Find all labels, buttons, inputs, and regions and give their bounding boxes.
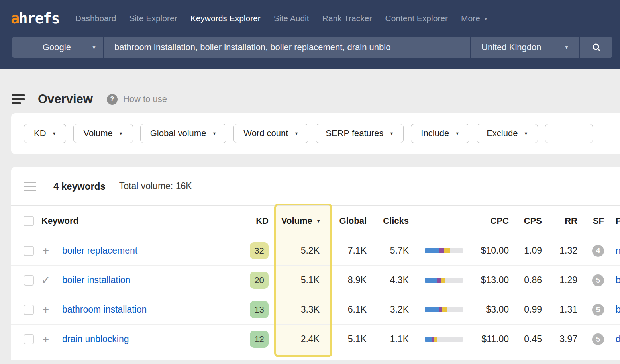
clicks-value: 4.3K bbox=[367, 275, 409, 286]
chevron-down-icon: ▼ bbox=[92, 45, 96, 50]
page-title: Overview bbox=[38, 92, 93, 106]
filter-include-label: Include bbox=[421, 128, 449, 139]
add-to-list-icon[interactable]: + bbox=[43, 304, 49, 315]
cps-value: 0.99 bbox=[509, 304, 542, 315]
column-header-global[interactable]: Global bbox=[329, 216, 367, 226]
global-volume-value: 5.1K bbox=[329, 334, 367, 344]
logo-rest: hrefs bbox=[19, 10, 59, 27]
column-header-clicks[interactable]: Clicks bbox=[367, 216, 409, 226]
parent-topic-link-clipped[interactable]: n bbox=[616, 245, 620, 256]
mixed-clicks-segment bbox=[434, 337, 437, 342]
column-header-rr[interactable]: RR bbox=[542, 216, 577, 226]
parent-topic-link-clipped[interactable]: b bbox=[616, 304, 620, 315]
global-volume-value: 7.1K bbox=[329, 245, 367, 256]
filter-exclude-label: Exclude bbox=[487, 128, 518, 139]
global-volume-value: 6.1K bbox=[329, 304, 367, 315]
cpc-value: $3.00 bbox=[463, 304, 509, 315]
chevron-down-icon: ▼ bbox=[389, 131, 394, 136]
nav-item-content-explorer[interactable]: Content Explorer bbox=[385, 14, 448, 23]
nav-item-keywords-explorer[interactable]: Keywords Explorer bbox=[190, 14, 261, 23]
page-header: Overview ? How to use bbox=[0, 69, 620, 113]
nav-item-rank-tracker[interactable]: Rank Tracker bbox=[322, 14, 372, 23]
filter-volume[interactable]: Volume▼ bbox=[73, 124, 133, 143]
keywords-input[interactable] bbox=[104, 37, 470, 58]
kd-badge: 13 bbox=[250, 301, 269, 318]
organic-clicks-segment bbox=[425, 337, 432, 342]
added-check-icon[interactable]: ✓ bbox=[41, 275, 50, 286]
country-select[interactable]: United Kingdon ▼ bbox=[471, 37, 579, 58]
organic-clicks-segment bbox=[425, 278, 437, 283]
chevron-down-icon: ▼ bbox=[455, 131, 459, 136]
filter-kd-label: KD bbox=[34, 128, 46, 139]
keywords-input-wrap bbox=[104, 37, 470, 58]
search-button[interactable] bbox=[580, 37, 612, 58]
serp-features-count-badge: 5 bbox=[592, 333, 604, 345]
row-checkbox[interactable] bbox=[24, 275, 34, 286]
column-header-volume[interactable]: Volume▼ bbox=[273, 216, 329, 226]
column-header-sf[interactable]: SF bbox=[577, 216, 609, 226]
cps-value: 1.09 bbox=[509, 245, 542, 256]
column-header-keyword[interactable]: Keyword bbox=[36, 216, 242, 226]
main-nav: Dashboard Site Explorer Keywords Explore… bbox=[75, 14, 488, 23]
serp-features-count-badge: 5 bbox=[592, 274, 604, 286]
kd-badge: 12 bbox=[250, 331, 269, 348]
filter-kd[interactable]: KD▼ bbox=[24, 124, 66, 143]
nav-item-site-explorer[interactable]: Site Explorer bbox=[129, 14, 177, 23]
filter-clipped[interactable] bbox=[545, 124, 593, 143]
table-summary-row: 4 keywords Total volume: 16K bbox=[11, 167, 620, 206]
chevron-down-icon: ▼ bbox=[212, 131, 216, 136]
add-to-list-icon[interactable]: + bbox=[43, 334, 49, 345]
column-header-kd[interactable]: KD bbox=[242, 216, 273, 226]
table-row: + drain unblocking 12 2.4K 5.1K 1.1K $11… bbox=[11, 325, 620, 354]
nav-item-site-audit[interactable]: Site Audit bbox=[274, 14, 309, 23]
cpc-value: $11.00 bbox=[463, 334, 509, 344]
row-checkbox[interactable] bbox=[24, 246, 34, 256]
rr-value: 1.29 bbox=[542, 275, 577, 286]
paid-clicks-segment bbox=[439, 248, 444, 253]
keyword-link[interactable]: boiler installation bbox=[62, 275, 130, 285]
filter-exclude[interactable]: Exclude▼ bbox=[477, 124, 538, 143]
kd-badge: 20 bbox=[250, 272, 269, 289]
select-all-checkbox[interactable] bbox=[24, 216, 34, 226]
search-engine-select[interactable]: Google ▼ bbox=[12, 37, 103, 58]
nav-item-dashboard[interactable]: Dashboard bbox=[75, 14, 116, 23]
column-header-clipped[interactable]: P bbox=[609, 216, 620, 226]
chevron-down-icon: ▼ bbox=[119, 131, 123, 136]
column-header-cps[interactable]: CPS bbox=[509, 216, 542, 226]
clicks-distribution-bar bbox=[425, 307, 463, 312]
list-menu-icon[interactable] bbox=[24, 182, 36, 191]
parent-topic-link-clipped[interactable]: d bbox=[616, 334, 620, 344]
filter-word-count[interactable]: Word count▼ bbox=[233, 124, 308, 143]
chevron-down-icon: ▼ bbox=[294, 131, 298, 136]
top-navigation: ahrefs Dashboard Site Explorer Keywords … bbox=[0, 0, 620, 69]
column-header-cpc[interactable]: CPC bbox=[463, 216, 509, 226]
keyword-link[interactable]: drain unblocking bbox=[62, 334, 129, 344]
keyword-link[interactable]: bathroom installation bbox=[62, 304, 147, 315]
global-volume-value: 8.9K bbox=[329, 275, 367, 286]
ahrefs-logo[interactable]: ahrefs bbox=[11, 10, 59, 27]
add-to-list-icon[interactable]: + bbox=[43, 245, 49, 256]
sidebar-toggle-icon[interactable] bbox=[12, 94, 25, 104]
filter-global-volume[interactable]: Global volume▼ bbox=[140, 124, 227, 143]
cpc-value: $10.00 bbox=[463, 245, 509, 256]
logo-accent-letter: a bbox=[11, 10, 19, 27]
row-checkbox[interactable] bbox=[24, 334, 34, 344]
serp-features-count-badge: 5 bbox=[592, 304, 604, 316]
serp-features-count-badge: 4 bbox=[592, 245, 604, 257]
organic-clicks-segment bbox=[425, 307, 439, 312]
keyword-link[interactable]: boiler replacement bbox=[62, 245, 137, 256]
paid-clicks-segment bbox=[439, 307, 443, 312]
chevron-down-icon: ▼ bbox=[52, 131, 57, 136]
sort-caret-icon: ▼ bbox=[316, 219, 321, 223]
how-to-use-link[interactable]: ? How to use bbox=[107, 94, 167, 105]
filter-include[interactable]: Include▼ bbox=[411, 124, 469, 143]
table-row: ✓ boiler installation 20 5.1K 8.9K 4.3K … bbox=[11, 266, 620, 295]
cps-value: 0.45 bbox=[509, 334, 542, 344]
row-checkbox[interactable] bbox=[24, 305, 34, 315]
nav-item-more[interactable]: More▼ bbox=[461, 14, 488, 23]
chevron-down-icon: ▼ bbox=[524, 131, 528, 136]
keywords-table: 4 keywords Total volume: 16K Keyword KD … bbox=[11, 167, 620, 360]
volume-value: 5.2K bbox=[273, 245, 329, 256]
parent-topic-link-clipped[interactable]: b bbox=[616, 275, 620, 285]
filter-serp-features[interactable]: SERP features▼ bbox=[316, 124, 404, 143]
